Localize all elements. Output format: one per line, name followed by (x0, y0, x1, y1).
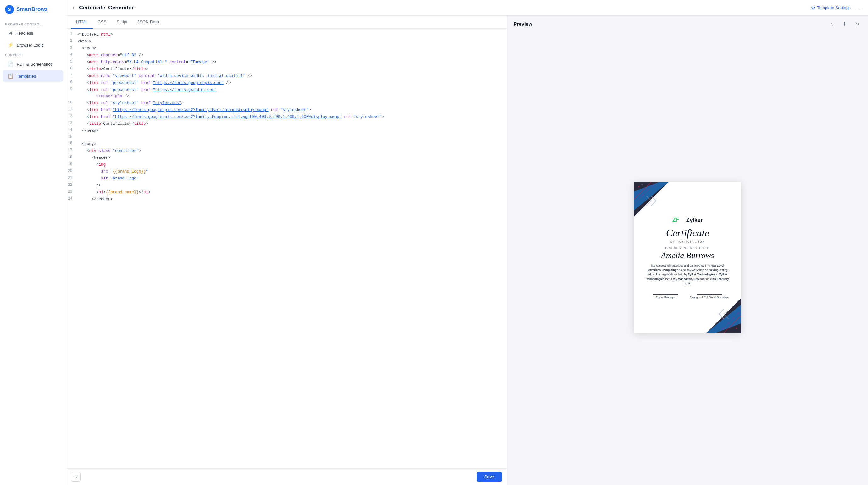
code-line: 13 <title>Certificate</title> (66, 120, 507, 127)
more-options-button[interactable]: ··· (857, 4, 862, 11)
headless-icon: 🖥 (7, 31, 12, 36)
topbar: ‹ Certificate_Generator ⚙ Template Setti… (66, 0, 868, 16)
sidebar-item-browser-logic-label: Browser Logic (17, 43, 44, 47)
section-convert: CONVERT (0, 51, 66, 58)
cert-logo: ZF Zylker (672, 216, 703, 224)
code-editor[interactable]: 1 <!DOCTYPE html> 2 <html> 3 <head> 4 <m… (66, 29, 507, 468)
app-name: SmartBrowz (17, 6, 48, 12)
preview-content: ZF Zylker Certificate OF PARTICIPATION (507, 33, 868, 485)
code-line: 23 <h1>{{brand_name}}</h1> (66, 189, 507, 196)
code-line: 21 alt="brand logo" (66, 175, 507, 182)
sidebar-item-pdf-label: PDF & Screenshot (17, 62, 52, 67)
settings-label: Template Settings (817, 5, 851, 10)
code-line: 12 <link href="https://fonts.googleapis.… (66, 114, 507, 120)
browser-logic-icon: ⚡ (7, 42, 13, 48)
tab-json-data[interactable]: JSON Data (132, 16, 164, 29)
sidebar-item-browser-logic[interactable]: ⚡ Browser Logic (2, 39, 63, 51)
cert-brand-name: Zylker (686, 217, 703, 224)
preview-panel: Preview ⤡ ⬇ ↻ (507, 16, 868, 485)
sidebar-item-templates-label: Templates (17, 74, 36, 78)
code-line: 7 <meta name="viewport" content="width=d… (66, 73, 507, 79)
certificate-body: ZF Zylker Certificate OF PARTICIPATION (634, 182, 741, 333)
code-line: 15 (66, 134, 507, 140)
cert-description: has successfully attended and participat… (644, 263, 732, 286)
code-line: 6 <title>Certificate</title> (66, 66, 507, 73)
code-line: 14 </head> (66, 127, 507, 134)
cert-main-title: Certificate (666, 228, 709, 238)
cert-sig-2: Manager - HR & Global Operations (687, 294, 732, 299)
main-area: ‹ Certificate_Generator ⚙ Template Setti… (66, 0, 868, 485)
cert-subtitle: OF PARTICIPATION (668, 240, 708, 243)
sidebar-item-templates[interactable]: 📋 Templates (2, 70, 63, 82)
section-browser-control: BROWSER CONTROL (0, 20, 66, 27)
code-line: 2 <html> (66, 38, 507, 45)
download-preview-button[interactable]: ⬇ (840, 20, 849, 29)
save-button[interactable]: Save (477, 472, 502, 482)
code-line: 1 <!DOCTYPE html> (66, 31, 507, 38)
code-line: 11 <link href="https://fonts.googleapis.… (66, 106, 507, 114)
tab-html[interactable]: HTML (71, 16, 93, 29)
code-line: 20 src="{{brand_logo}}" (66, 168, 507, 175)
code-line: 16 <body> (66, 140, 507, 148)
preview-header: Preview ⤡ ⬇ ↻ (507, 16, 868, 33)
code-line: 10 <link rel="stylesheet" href="styles.c… (66, 100, 507, 106)
code-line: 4 <meta charset="utf-8" /> (66, 52, 507, 59)
page-title: Certificate_Generator (79, 5, 807, 11)
code-line: 8 <link rel="preconnect" href="https://f… (66, 79, 507, 87)
svg-text:ZF: ZF (672, 217, 679, 223)
preview-actions: ⤡ ⬇ ↻ (827, 20, 862, 29)
code-line: 22 /> (66, 182, 507, 189)
code-line: 24 </header> (66, 196, 507, 203)
sidebar-item-headless-label: Headless (16, 31, 33, 35)
app-logo[interactable]: S SmartBrowz (0, 5, 66, 20)
cert-signatures: Product Manager Manager - HR & Global Op… (644, 294, 732, 299)
code-line: 9 <link rel="preconnect" href="https://f… (66, 87, 507, 100)
code-line: 3 <head> (66, 45, 507, 52)
certificate-preview: ZF Zylker Certificate OF PARTICIPATION (634, 182, 741, 333)
templates-icon: 📋 (7, 73, 13, 79)
expand-editor-button[interactable]: ⤡ (71, 472, 81, 482)
cert-sig-1: Product Manager (644, 294, 687, 299)
expand-preview-button[interactable]: ⤡ (827, 20, 837, 29)
settings-gear-icon: ⚙ (811, 5, 815, 10)
code-line: 19 <img (66, 161, 507, 168)
logo-icon: S (5, 5, 14, 14)
pdf-icon: 📄 (7, 61, 13, 67)
editor-footer: ⤡ Save (66, 468, 507, 485)
editor-panel: HTML CSS Script JSON Data 1 <!DOCTYPE ht… (66, 16, 507, 485)
back-button[interactable]: ‹ (72, 5, 74, 11)
refresh-preview-button[interactable]: ↻ (852, 20, 862, 29)
cert-presented-label: PROUDLY PRESENTED TO (665, 247, 710, 250)
tab-script[interactable]: Script (112, 16, 133, 29)
cert-sig2-label: Manager - HR & Global Operations (687, 296, 732, 299)
tab-css[interactable]: CSS (93, 16, 112, 29)
code-line: 18 <header> (66, 154, 507, 161)
template-settings-button[interactable]: ⚙ Template Settings (811, 5, 851, 10)
cert-recipient-name: Amelia Burrows (661, 251, 714, 260)
expand-icon: ⤡ (74, 474, 78, 479)
code-line: 5 <meta http-equiv="X-UA-Compatible" con… (66, 59, 507, 66)
sidebar-item-pdf-screenshot[interactable]: 📄 PDF & Screenshot (2, 59, 63, 70)
cert-logo-zf: ZF (672, 216, 684, 224)
sidebar: S SmartBrowz BROWSER CONTROL 🖥 Headless … (0, 0, 66, 485)
editor-tabs: HTML CSS Script JSON Data (66, 16, 507, 29)
code-line: 17 <div class="container"> (66, 148, 507, 154)
content-area: HTML CSS Script JSON Data 1 <!DOCTYPE ht… (66, 16, 868, 485)
sidebar-item-headless[interactable]: 🖥 Headless (2, 28, 63, 39)
cert-sig1-label: Product Manager (644, 296, 687, 299)
preview-title: Preview (514, 21, 532, 27)
